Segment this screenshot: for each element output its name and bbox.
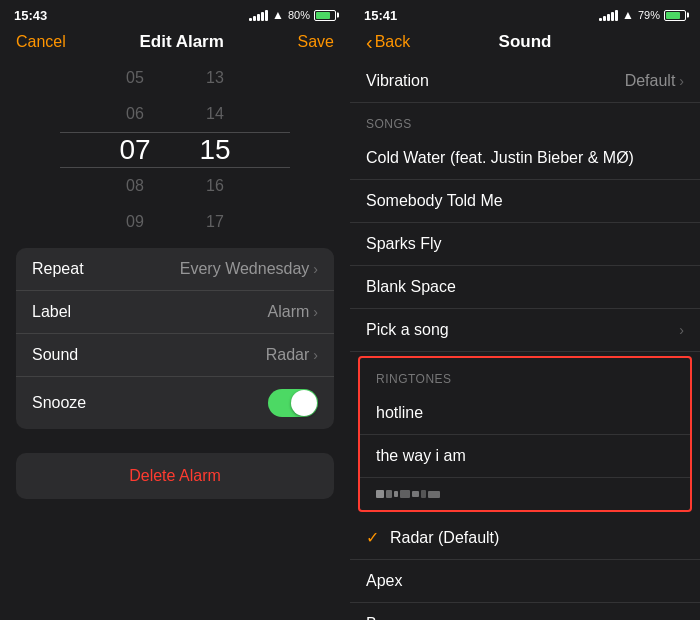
pixel-2 <box>386 490 392 498</box>
song-name-2: Somebody Told Me <box>366 192 684 210</box>
edit-alarm-title: Edit Alarm <box>139 32 223 52</box>
song-item-4[interactable]: Blank Space <box>350 266 700 309</box>
songs-section-header: SONGS <box>350 103 700 137</box>
vibration-value: Default › <box>625 72 684 90</box>
save-button[interactable]: Save <box>298 33 334 51</box>
sound-value: Radar › <box>266 346 318 364</box>
vibration-label: Vibration <box>366 72 429 90</box>
right-battery-pct: 79% <box>638 9 660 21</box>
ringtones-section: RINGTONES hotline the way i am <box>358 356 692 512</box>
repeat-label: Repeat <box>32 260 84 278</box>
right-wifi-icon: ▲ <box>622 8 634 22</box>
repeat-row[interactable]: Repeat Every Wednesday › <box>16 248 334 291</box>
pixel-3 <box>394 491 398 497</box>
cancel-button[interactable]: Cancel <box>16 33 66 51</box>
picker-highlight <box>60 132 290 168</box>
back-chevron-icon: ‹ <box>366 32 373 52</box>
left-battery-pct: 80% <box>288 9 310 21</box>
sound-row[interactable]: Sound Radar › <box>16 334 334 377</box>
left-time: 15:43 <box>14 8 47 23</box>
right-panel: 15:41 ▲ 79% ‹ Back Sound Vibratio <box>350 0 700 620</box>
song-item-1[interactable]: Cold Water (feat. Justin Bieber & MØ) <box>350 137 700 180</box>
ringtone-the-way-i-am[interactable]: the way i am <box>360 435 690 478</box>
pick-a-song-chevron: › <box>679 322 684 338</box>
label-chevron: › <box>313 304 318 320</box>
left-panel: 15:43 ▲ 80% Cancel Edit Alarm Save 04 05 <box>0 0 350 620</box>
label-value: Alarm › <box>268 303 318 321</box>
picker-hour-08: 08 <box>95 168 175 204</box>
snooze-toggle[interactable] <box>268 389 318 417</box>
beacon-name: Beacon <box>366 615 684 620</box>
song-name-4: Blank Space <box>366 278 684 296</box>
right-status-icons: ▲ 79% <box>599 8 686 22</box>
ringtone-name-hotline: hotline <box>376 404 423 422</box>
pixel-5 <box>412 491 419 497</box>
left-battery-icon <box>314 10 336 21</box>
right-signal-icon <box>599 10 618 21</box>
apex-name: Apex <box>366 572 684 590</box>
toggle-knob <box>291 390 317 416</box>
radar-name: Radar (Default) <box>390 529 499 547</box>
signal-icon <box>249 10 268 21</box>
song-item-3[interactable]: Sparks Fly <box>350 223 700 266</box>
repeat-chevron: › <box>313 261 318 277</box>
back-label: Back <box>375 33 411 51</box>
pick-a-song-label: Pick a song <box>366 321 679 339</box>
snooze-label: Snooze <box>32 394 86 412</box>
vibration-chevron: › <box>679 73 684 89</box>
pixelated-content <box>376 490 440 498</box>
right-battery-icon <box>664 10 686 21</box>
pixel-7 <box>428 491 440 498</box>
right-header: ‹ Back Sound <box>350 28 700 60</box>
left-header: Cancel Edit Alarm Save <box>0 28 350 60</box>
song-item-2[interactable]: Somebody Told Me <box>350 180 700 223</box>
picker-min-14: 14 <box>175 96 255 132</box>
settings-list: Repeat Every Wednesday › Label Alarm › S… <box>16 248 334 429</box>
right-time: 15:41 <box>364 8 397 23</box>
sound-label: Sound <box>32 346 78 364</box>
beacon-row[interactable]: Beacon <box>350 603 700 620</box>
time-picker[interactable]: 04 05 06 07 08 09 10 12 13 14 15 16 17 1… <box>0 60 350 240</box>
pick-a-song-row[interactable]: Pick a song › <box>350 309 700 352</box>
picker-hour-05: 05 <box>95 60 175 96</box>
song-name-3: Sparks Fly <box>366 235 684 253</box>
picker-min-16: 16 <box>175 168 255 204</box>
right-status-bar: 15:41 ▲ 79% <box>350 0 700 28</box>
right-content: Vibration Default › SONGS Cold Water (fe… <box>350 60 700 620</box>
ringtone-name-thewayiam: the way i am <box>376 447 466 465</box>
pixel-4 <box>400 490 410 498</box>
left-status-icons: ▲ 80% <box>249 8 336 22</box>
delete-alarm-button[interactable]: Delete Alarm <box>16 453 334 499</box>
label-label: Label <box>32 303 71 321</box>
wifi-icon: ▲ <box>272 8 284 22</box>
radar-row[interactable]: ✓ Radar (Default) <box>350 516 700 560</box>
vibration-row[interactable]: Vibration Default › <box>350 60 700 103</box>
sound-title: Sound <box>499 32 552 52</box>
song-name-1: Cold Water (feat. Justin Bieber & MØ) <box>366 149 684 167</box>
repeat-value: Every Wednesday › <box>180 260 318 278</box>
pixel-6 <box>421 490 426 498</box>
pixel-1 <box>376 490 384 498</box>
picker-hour-09: 09 <box>95 204 175 240</box>
label-row[interactable]: Label Alarm › <box>16 291 334 334</box>
sound-chevron: › <box>313 347 318 363</box>
picker-hour-06: 06 <box>95 96 175 132</box>
snooze-row[interactable]: Snooze <box>16 377 334 429</box>
back-button[interactable]: ‹ Back <box>366 32 410 52</box>
ringtone-pixelated[interactable] <box>360 478 690 510</box>
ringtone-hotline[interactable]: hotline <box>360 392 690 435</box>
left-status-bar: 15:43 ▲ 80% <box>0 0 350 28</box>
ringtones-section-header: RINGTONES <box>360 358 690 392</box>
picker-min-13: 13 <box>175 60 255 96</box>
checkmark-icon: ✓ <box>366 528 390 547</box>
apex-row[interactable]: Apex <box>350 560 700 603</box>
picker-min-17: 17 <box>175 204 255 240</box>
